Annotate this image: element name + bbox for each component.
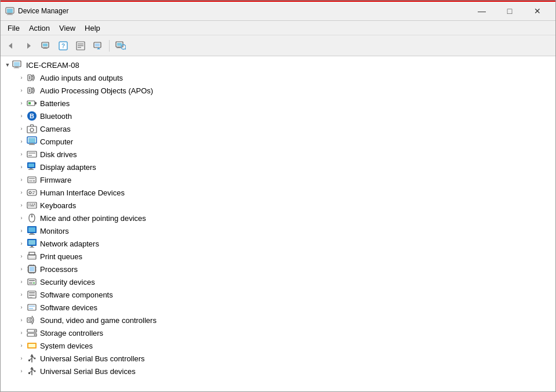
computer-view-button[interactable] — [38, 38, 54, 54]
tree-item[interactable]: › Human Interface Devices — [1, 186, 555, 199]
svg-point-116 — [34, 358, 36, 360]
tree-item[interactable]: › Network adapters — [1, 237, 555, 250]
tree-item[interactable]: › Audio Processing Objects (APOs) — [1, 84, 555, 97]
expand-arrow: › — [17, 252, 26, 261]
window-controls: — □ ✕ — [468, 2, 551, 20]
svg-rect-8 — [44, 48, 46, 48]
tree-item[interactable]: › Print queues — [1, 250, 555, 263]
svg-rect-9 — [43, 48, 48, 49]
svg-rect-7 — [43, 43, 48, 46]
svg-rect-51 — [29, 178, 35, 179]
tree-item-label: Keyboards — [40, 201, 76, 210]
svg-rect-65 — [35, 205, 35, 206]
svg-rect-45 — [28, 155, 32, 156]
svg-rect-103 — [29, 308, 33, 309]
expand-arrow: › — [17, 354, 26, 363]
svg-text:B: B — [30, 112, 34, 119]
svg-rect-49 — [28, 169, 34, 170]
close-button[interactable]: ✕ — [524, 2, 551, 20]
monitor-icon — [26, 225, 38, 237]
minimize-button[interactable]: — — [468, 2, 495, 20]
usb-icon — [26, 365, 38, 377]
security-icon — [26, 276, 38, 288]
svg-rect-34 — [28, 102, 31, 104]
root-node[interactable]: ▼ ICE-CREAM-08 — [1, 59, 555, 71]
svg-point-38 — [30, 128, 34, 132]
tree-item[interactable]: › Disk drives — [1, 148, 555, 161]
forward-button[interactable] — [20, 38, 37, 54]
tree-item-label: Universal Serial Bus controllers — [40, 354, 145, 363]
tree-item-label: Batteries — [40, 99, 70, 108]
svg-rect-80 — [30, 267, 34, 271]
tree-item[interactable]: › Universal Serial Bus devices — [1, 365, 555, 378]
tree-item[interactable]: › Display adapters — [1, 161, 555, 173]
tree-item[interactable]: › Software components — [1, 288, 555, 301]
svg-rect-100 — [29, 297, 32, 297]
tree-item-label: Mice and other pointing devices — [40, 214, 146, 223]
update-driver-button[interactable] — [90, 38, 106, 54]
tree-item-label: Display adapters — [40, 163, 96, 172]
svg-text:?: ? — [61, 43, 65, 49]
tree-item-label: Audio Processing Objects (APOs) — [40, 86, 153, 95]
tree-item[interactable]: › B Bluetooth — [1, 110, 555, 122]
software-icon — [26, 289, 38, 300]
expand-arrow: › — [17, 290, 26, 299]
toolbar-separator — [109, 40, 110, 52]
menu-view[interactable]: View — [54, 23, 80, 34]
tree-item[interactable]: › Software devices — [1, 301, 555, 314]
svg-rect-33 — [35, 102, 37, 104]
svg-marker-119 — [30, 367, 34, 369]
tree-item[interactable]: › Universal Serial Bus controllers — [1, 352, 555, 365]
menu-action[interactable]: Action — [24, 23, 54, 34]
maximize-button[interactable]: □ — [496, 2, 523, 20]
tree-item[interactable]: › Firmware — [1, 173, 555, 186]
expand-arrow: › — [17, 277, 26, 286]
tree-item[interactable]: › Processors — [1, 263, 555, 275]
help-button[interactable]: ? — [55, 38, 71, 54]
update-driver-icon — [93, 41, 103, 50]
tree-item[interactable]: › Audio inputs and outputs — [1, 71, 555, 84]
tree-item[interactable]: › Cameras — [1, 122, 555, 135]
tree-item[interactable]: › Mice and other pointing devices — [1, 212, 555, 224]
menu-file[interactable]: File — [3, 23, 24, 34]
tree-item[interactable]: › Monitors — [1, 224, 555, 237]
tree-item-label: Security devices — [40, 278, 95, 286]
properties-icon — [76, 41, 85, 50]
expand-arrow: › — [17, 124, 26, 133]
svg-rect-63 — [28, 205, 30, 206]
bluetooth-icon: B — [26, 110, 38, 122]
expand-arrow: › — [17, 303, 26, 312]
svg-rect-60 — [30, 204, 31, 205]
tree-item-label: Audio inputs and outputs — [40, 74, 123, 82]
tree-item[interactable]: › Computer — [1, 135, 555, 148]
expand-arrow: › — [17, 137, 26, 146]
tree-item-label: Bluetooth — [40, 112, 72, 121]
scan-button[interactable] — [112, 38, 129, 54]
svg-rect-27 — [14, 68, 19, 68]
properties-button[interactable] — [72, 38, 89, 54]
tree-item[interactable]: › Storage controllers — [1, 326, 555, 339]
expand-arrow: › — [17, 366, 26, 376]
expand-arrow: › — [17, 315, 26, 325]
menu-help[interactable]: Help — [80, 23, 105, 34]
back-button[interactable] — [3, 38, 19, 54]
hid-icon — [26, 187, 38, 198]
tree-item[interactable]: › Security devices — [1, 275, 555, 288]
tree-item-label: Firmware — [40, 176, 71, 184]
tree-item[interactable]: › Keyboards — [1, 199, 555, 212]
svg-rect-70 — [30, 233, 34, 234]
svg-rect-95 — [29, 282, 32, 284]
expand-arrow: › — [17, 226, 26, 235]
tree-item-label: Software devices — [40, 303, 97, 312]
svg-rect-96 — [33, 282, 35, 284]
tree-item[interactable]: › Batteries — [1, 97, 555, 110]
tree-item[interactable]: › System devices — [1, 339, 555, 352]
softwaredev-icon — [26, 302, 38, 313]
svg-rect-1 — [7, 9, 13, 13]
battery-icon — [26, 97, 38, 109]
svg-rect-69 — [28, 227, 35, 232]
expand-arrow: › — [17, 201, 26, 210]
svg-rect-73 — [28, 240, 35, 245]
tree-item[interactable]: › Sound, video and game controllers — [1, 314, 555, 326]
device-tree[interactable]: ▼ ICE-CREAM-08 › Audio inputs and output… — [1, 56, 555, 391]
